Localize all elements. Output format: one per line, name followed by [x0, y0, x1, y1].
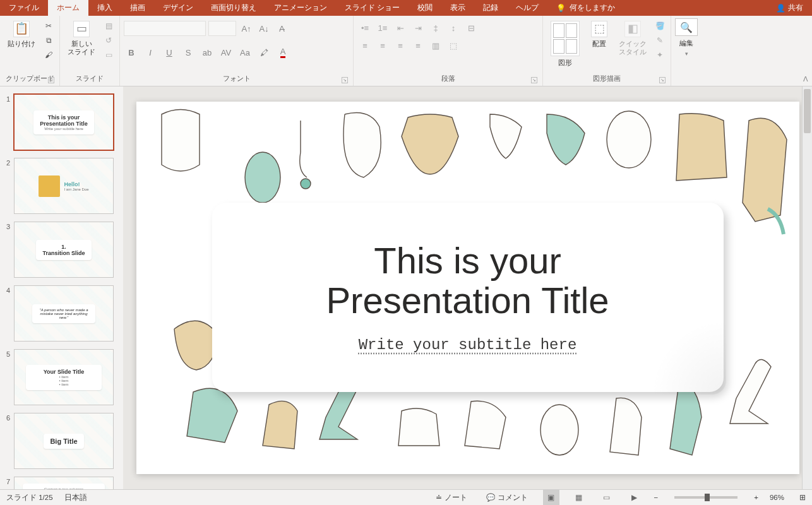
align-right-button[interactable]: ≡ — [393, 39, 408, 52]
thumbnail-panel[interactable]: 1 This is yourPresentation TitleWrite yo… — [0, 86, 123, 489]
numbering-button[interactable]: 1≡ — [375, 21, 390, 35]
slide-canvas-area[interactable]: This is your Presentation Title Write yo… — [123, 86, 812, 489]
tab-draw[interactable]: 描画 — [121, 0, 154, 16]
bullets-button[interactable]: •≡ — [357, 21, 373, 35]
share-icon: 👤 — [776, 4, 785, 13]
thumb-number: 2 — [3, 158, 10, 167]
find-button[interactable]: 🔍 — [675, 18, 698, 36]
scroll-thumb[interactable] — [804, 89, 811, 133]
tab-transitions[interactable]: 画面切り替え — [202, 0, 265, 16]
tell-me[interactable]: 💡何をしますか — [547, 0, 624, 16]
copy-button[interactable]: ⧉ — [42, 34, 56, 47]
shape-fill-button[interactable]: 🪣 — [653, 20, 667, 32]
slide-thumbnail-5[interactable]: Your Slide Title• item• item• item — [14, 349, 114, 405]
section-button[interactable]: ▭ — [102, 49, 116, 61]
slide-thumbnail-3[interactable]: 1.Transition Slide — [14, 222, 114, 278]
zoom-in-button[interactable]: + — [754, 494, 758, 501]
svg-point-2 — [607, 111, 651, 168]
slide-subtitle[interactable]: Write your subtitle here — [359, 336, 577, 354]
drawing-launcher[interactable]: ↘ — [659, 77, 666, 83]
slide-thumbnail-4[interactable]: "A person who never made a mistake never… — [14, 285, 114, 342]
shapes-button[interactable]: 図形 — [547, 18, 583, 69]
shrink-font-button[interactable]: A↓ — [256, 21, 272, 36]
vertical-scrollbar[interactable] — [802, 86, 812, 489]
slide-title[interactable]: This is your Presentation Title — [326, 241, 609, 320]
group-drawing: 図形 ⬚ 配置 ◧ クイック スタイル 🪣 ✎ ✦ 図形描画↘ — [543, 16, 671, 86]
font-size-combo[interactable] — [208, 21, 236, 36]
slide-thumbnail-2[interactable]: Hello!I am Jane Doe — [14, 158, 114, 214]
tab-file[interactable]: ファイル — [0, 0, 48, 16]
align-center-button[interactable]: ≡ — [375, 39, 390, 52]
shape-effects-button[interactable]: ✦ — [653, 49, 667, 61]
tab-design[interactable]: デザイン — [154, 0, 202, 16]
indent-inc-button[interactable]: ⇥ — [410, 21, 426, 35]
collapse-ribbon-button[interactable]: ᐱ — [803, 75, 808, 83]
sorter-view-button[interactable]: ▦ — [571, 490, 587, 505]
tab-animations[interactable]: アニメーション — [265, 0, 336, 16]
tab-review[interactable]: 校閲 — [409, 0, 441, 16]
line-spacing-button[interactable]: ‡ — [428, 21, 443, 35]
cut-button[interactable]: ✂ — [42, 20, 56, 32]
thumb-number: 7 — [3, 477, 10, 485]
text-direction-button[interactable]: ↕ — [446, 21, 461, 35]
layout-button[interactable]: ▤ — [102, 20, 116, 32]
arrange-button[interactable]: ⬚ 配置 — [586, 18, 612, 50]
tab-home[interactable]: ホーム — [48, 0, 88, 16]
format-painter-button[interactable]: 🖌 — [42, 49, 56, 61]
arrange-icon: ⬚ — [591, 21, 607, 37]
fit-to-window-button[interactable]: ⊞ — [799, 493, 806, 502]
zoom-value[interactable]: 96% — [770, 494, 784, 501]
grow-font-button[interactable]: A↑ — [239, 21, 254, 36]
comments-button[interactable]: 💬コメント — [482, 490, 532, 505]
align-left-button[interactable]: ≡ — [357, 39, 373, 52]
tab-help[interactable]: ヘルプ — [507, 0, 547, 16]
case-button[interactable]: Aa — [237, 45, 253, 60]
clipboard-launcher[interactable]: ↘ — [48, 77, 54, 83]
underline-button[interactable]: U — [162, 45, 177, 60]
reset-button[interactable]: ↺ — [102, 34, 116, 47]
tab-view[interactable]: 表示 — [441, 0, 474, 16]
clear-format-button[interactable]: A̶ — [274, 21, 289, 36]
slide-thumbnail-1[interactable]: This is yourPresentation TitleWrite your… — [14, 94, 114, 150]
quick-styles-button[interactable]: ◧ クイック スタイル — [615, 18, 650, 59]
language-indicator[interactable]: 日本語 — [64, 493, 87, 502]
slideshow-view-button[interactable]: ▶ — [626, 490, 643, 505]
normal-view-button[interactable]: ▣ — [543, 490, 559, 505]
slide-thumbnail-6[interactable]: Big Title — [14, 413, 114, 469]
font-launcher[interactable]: ↘ — [342, 77, 348, 83]
font-name-combo[interactable] — [124, 21, 206, 36]
title-card[interactable]: This is your Presentation Title Write yo… — [212, 203, 724, 392]
svg-point-0 — [245, 152, 280, 203]
reading-view-button[interactable]: ▭ — [599, 490, 615, 505]
zoom-out-button[interactable]: − — [654, 494, 659, 501]
shadow-button[interactable]: ab — [200, 45, 215, 60]
highlight-button[interactable]: 🖍 — [256, 45, 272, 60]
align-text-button[interactable]: ⊟ — [463, 21, 479, 35]
zoom-knob[interactable] — [705, 494, 710, 501]
indent-dec-button[interactable]: ⇤ — [393, 21, 408, 35]
italic-button[interactable]: I — [143, 45, 158, 60]
svg-point-3 — [540, 405, 578, 455]
paragraph-launcher[interactable]: ↘ — [531, 77, 537, 83]
bold-button[interactable]: B — [124, 45, 139, 60]
tab-slideshow[interactable]: スライド ショー — [336, 0, 409, 16]
strike-button[interactable]: S — [181, 45, 196, 60]
smartart-button[interactable]: ⬚ — [446, 39, 461, 52]
thumb-number: 1 — [3, 94, 10, 103]
paste-button[interactable]: 📋 貼り付け — [4, 18, 39, 50]
tab-record[interactable]: 記録 — [474, 0, 507, 16]
notes-button[interactable]: ≐ノート — [432, 490, 471, 505]
spacing-button[interactable]: AV — [218, 45, 234, 60]
shape-outline-button[interactable]: ✎ — [653, 34, 667, 47]
thumb-number: 5 — [3, 349, 10, 358]
zoom-slider[interactable] — [674, 496, 737, 499]
slide[interactable]: This is your Presentation Title Write yo… — [136, 102, 799, 474]
tab-insert[interactable]: 挿入 — [88, 0, 121, 16]
justify-button[interactable]: ≡ — [410, 39, 426, 52]
font-color-button[interactable]: A — [275, 45, 290, 60]
columns-button[interactable]: ▥ — [428, 39, 443, 52]
slide-thumbnail-7[interactable]: Content in two columns — [14, 477, 114, 489]
slide-counter: スライド 1/25 — [6, 493, 53, 502]
share-button[interactable]: 👤共有 — [767, 0, 812, 16]
new-slide-button[interactable]: ▭ 新しい スライド — [64, 18, 99, 59]
